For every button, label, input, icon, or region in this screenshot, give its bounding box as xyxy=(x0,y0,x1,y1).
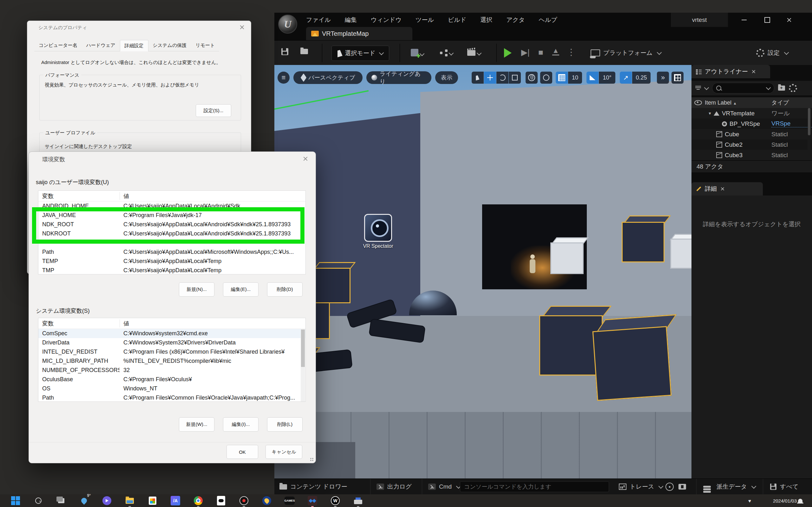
table-row[interactable]: OculusBaseC:¥Program Files¥Oculus¥ xyxy=(38,375,305,384)
system-delete-button[interactable]: 削除(L) xyxy=(267,417,303,432)
more-options-icon[interactable]: ⋮ xyxy=(567,47,576,57)
settings-dropdown[interactable]: 設定 xyxy=(756,49,788,57)
weather-widget[interactable]: 9° xyxy=(79,495,90,506)
minimize-button[interactable] xyxy=(736,13,752,27)
user-new-button[interactable]: 新規(N)... xyxy=(179,282,214,297)
vr-app-icon[interactable] xyxy=(307,495,318,506)
grid-snap-icon[interactable] xyxy=(556,72,568,83)
rotate-tool-icon[interactable] xyxy=(496,72,508,83)
lit-mode-dropdown[interactable]: ライティングあり xyxy=(366,71,432,84)
perspective-dropdown[interactable]: パースペクティブ xyxy=(293,71,362,84)
table-row[interactable]: INTEL_DEV_REDISTC:¥Program Files (x86)¥C… xyxy=(38,347,305,356)
eject-button[interactable]: ▲ xyxy=(552,47,559,55)
app-icon[interactable] xyxy=(261,495,272,506)
tab-outliner[interactable]: アウトライナー xyxy=(692,65,770,78)
save-all-button[interactable]: すべて xyxy=(770,479,798,495)
w-app-icon[interactable]: W xyxy=(330,495,341,506)
table-row[interactable]: TMPC:¥Users¥saijo¥AppData¥Local¥Temp xyxy=(38,266,305,274)
system-vars-table[interactable]: 変数 値 ComSpecC:¥Windows¥system32¥cmd.exe … xyxy=(38,318,306,402)
screen-recorder-icon[interactable] xyxy=(239,495,249,506)
rotation-snap-icon[interactable] xyxy=(587,72,599,83)
platform-dropdown[interactable]: プラットフォーム xyxy=(591,49,661,57)
table-row[interactable]: OSWindows_NT xyxy=(38,384,305,393)
content-drawer-button[interactable]: コンテンツ ドロワー xyxy=(280,479,347,495)
tab-hardware[interactable]: ハードウェア xyxy=(82,40,120,51)
cube-actor[interactable] xyxy=(593,326,672,401)
tab-advanced[interactable]: 詳細設定 xyxy=(120,40,148,51)
ok-button[interactable]: OK xyxy=(226,445,258,459)
outliner-search-input[interactable] xyxy=(712,83,774,94)
white-cube-actor[interactable] xyxy=(550,242,583,274)
table-row-selected[interactable]: ComSpecC:¥Windows¥system32¥cmd.exe xyxy=(38,329,305,338)
close-icon[interactable] xyxy=(240,25,245,31)
rotation-snap-value[interactable]: 10° xyxy=(599,72,615,83)
meet-app-icon[interactable] xyxy=(101,495,112,506)
oculus-icon[interactable] xyxy=(216,495,226,506)
create-folder-icon[interactable] xyxy=(778,86,785,91)
screenshot-icon[interactable] xyxy=(678,479,686,495)
menu-edit[interactable]: 編集 xyxy=(345,16,357,24)
viewport-menu-icon[interactable]: ≡ xyxy=(277,72,290,83)
close-icon[interactable] xyxy=(721,187,725,191)
add-actor-dropdown[interactable] xyxy=(411,49,424,58)
insights-record-icon[interactable]: ● xyxy=(665,479,674,495)
epic-games-icon[interactable]: GAMES xyxy=(284,495,295,506)
outliner-row-bpvrspectator[interactable]: BP_VRSpe VRSpe xyxy=(692,118,812,129)
start-button[interactable] xyxy=(10,495,21,506)
world-space-icon[interactable] xyxy=(525,72,538,83)
chrome-icon[interactable] xyxy=(193,495,204,506)
select-tool-icon[interactable] xyxy=(472,72,484,83)
user-delete-button[interactable]: 削除(D) xyxy=(267,282,303,297)
menu-file[interactable]: ファイル xyxy=(306,16,331,24)
close-icon[interactable] xyxy=(303,156,308,163)
cinematics-dropdown[interactable] xyxy=(467,50,481,57)
outliner-row-cube3[interactable]: Cube3 Staticl xyxy=(692,150,812,160)
show-dropdown[interactable]: 表示 xyxy=(435,71,458,84)
3d-viewport[interactable]: VR Spectator ≡ パースペクティブ ライティングあり 表示 10 1… xyxy=(274,65,692,478)
tab-details[interactable]: 詳細 xyxy=(692,182,763,195)
save-icon[interactable] xyxy=(281,48,288,56)
scale-snap-value[interactable]: 0.25 xyxy=(632,72,651,83)
maximize-viewport-icon[interactable] xyxy=(671,72,683,83)
app-icon[interactable]: /A xyxy=(170,495,181,506)
task-view-icon[interactable] xyxy=(56,495,67,506)
output-log-button[interactable]: 出力ログ xyxy=(376,479,412,495)
user-edit-button[interactable]: 編集(E)... xyxy=(223,282,258,297)
console-command-input[interactable] xyxy=(460,481,609,492)
play-button[interactable] xyxy=(504,48,512,59)
derived-data-dropdown[interactable]: 派生データ xyxy=(703,479,756,495)
cancel-button[interactable]: キャンセル xyxy=(265,445,302,459)
camera-speed-icon[interactable]: » xyxy=(657,72,669,83)
microsoft-store-icon[interactable] xyxy=(147,495,158,506)
browse-content-icon[interactable] xyxy=(300,49,308,55)
menu-build[interactable]: ビルド xyxy=(448,16,466,24)
vr-spectator-billboard[interactable] xyxy=(364,214,392,242)
tray-heart-icon[interactable]: ♥ xyxy=(748,494,751,507)
step-button[interactable]: ▶| xyxy=(521,48,530,57)
outliner-settings-icon[interactable] xyxy=(789,84,797,92)
outliner-row-cube2[interactable]: Cube2 Staticl xyxy=(692,139,812,150)
surface-snap-icon[interactable] xyxy=(540,72,552,83)
menu-window[interactable]: ウィンドウ xyxy=(371,16,402,24)
cube-actor[interactable] xyxy=(622,222,664,262)
outliner-scrollbar[interactable] xyxy=(808,108,811,160)
table-row[interactable]: DriverDataC:¥Windows¥System32¥Drivers¥Dr… xyxy=(38,338,305,347)
table-row[interactable]: TEMPC:¥Users¥saijo¥AppData¥Local¥Temp xyxy=(38,257,305,266)
tab-remote[interactable]: リモート xyxy=(191,40,219,51)
printer-app-icon[interactable] xyxy=(353,495,363,506)
menu-help[interactable]: ヘルプ xyxy=(539,16,557,24)
notification-bell-icon[interactable] xyxy=(795,495,806,506)
close-icon[interactable] xyxy=(751,70,756,74)
menu-select[interactable]: 選択 xyxy=(480,16,492,24)
menu-tools[interactable]: ツール xyxy=(415,16,434,24)
grid-snap-value[interactable]: 10 xyxy=(568,72,582,83)
filter-icon[interactable] xyxy=(695,86,701,90)
clock-date[interactable]: 2024/01/03 xyxy=(773,494,797,507)
white-cube-actor[interactable] xyxy=(670,239,692,269)
scale-snap-icon[interactable]: ↗ xyxy=(620,72,632,83)
col-item-label[interactable]: Item Label ▲ xyxy=(705,100,737,106)
eye-icon[interactable] xyxy=(694,100,702,105)
tab-system-protection[interactable]: システムの保護 xyxy=(148,40,191,51)
trace-dropdown[interactable]: トレース xyxy=(619,479,663,495)
system-new-button[interactable]: 新規(W)... xyxy=(179,417,214,432)
